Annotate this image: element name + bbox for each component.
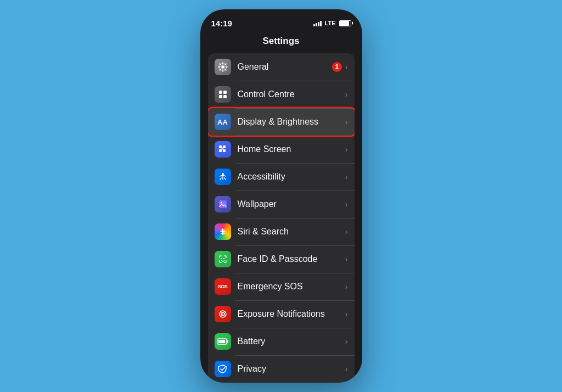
- general-icon: [215, 59, 231, 75]
- display-brightness-right: ›: [345, 117, 348, 126]
- general-badge: 1: [332, 62, 342, 72]
- display-brightness-chevron: ›: [345, 117, 348, 126]
- display-brightness-icon: AA: [215, 114, 231, 130]
- svg-rect-20: [227, 340, 228, 343]
- svg-rect-19: [218, 340, 225, 343]
- battery-settings-icon: [215, 333, 231, 350]
- privacy-chevron: ›: [345, 365, 348, 373]
- accessibility-right: ›: [345, 172, 348, 181]
- svg-point-0: [221, 66, 224, 69]
- face-id-chevron: ›: [345, 255, 348, 264]
- status-time: 14:19: [211, 19, 232, 28]
- control-centre-icon: [215, 86, 231, 103]
- control-centre-label: Control Centre: [238, 89, 345, 99]
- lte-label: LTE: [325, 20, 336, 26]
- exposure-icon: [215, 306, 231, 322]
- settings-item-control-centre[interactable]: Control Centre ›: [208, 81, 355, 108]
- wallpaper-label: Wallpaper: [238, 199, 345, 209]
- svg-point-14: [223, 258, 224, 259]
- settings-item-home-screen[interactable]: Home Screen ›: [208, 136, 355, 163]
- general-right: 1 ›: [332, 62, 348, 72]
- page-title: Settings: [200, 33, 362, 53]
- exposure-label: Exposure Notifications: [238, 309, 345, 319]
- svg-point-17: [222, 313, 223, 315]
- home-screen-right: ›: [345, 145, 348, 154]
- siri-search-label: Siri & Search: [238, 227, 345, 237]
- settings-item-face-id[interactable]: Face ID & Passcode ›: [208, 245, 355, 273]
- emergency-sos-chevron: ›: [345, 282, 348, 291]
- battery-icon: [339, 20, 351, 26]
- settings-item-general[interactable]: General 1 ›: [208, 53, 355, 81]
- battery-label: Battery: [238, 337, 345, 346]
- accessibility-chevron: ›: [345, 172, 348, 181]
- status-bar: 14:19 LTE: [200, 9, 362, 33]
- svg-point-10: [222, 173, 224, 175]
- siri-search-right: ›: [345, 227, 348, 236]
- home-screen-label: Home Screen: [238, 144, 345, 154]
- svg-rect-11: [219, 200, 227, 208]
- accessibility-icon: [215, 169, 231, 185]
- siri-icon: [215, 223, 231, 240]
- siri-search-chevron: ›: [345, 227, 348, 236]
- phone-frame: 14:19 LTE Settings: [200, 9, 362, 383]
- signal-icon: [313, 20, 322, 26]
- status-icons: LTE: [313, 20, 351, 26]
- display-brightness-label: Display & Brightness: [238, 117, 345, 127]
- accessibility-label: Accessibility: [238, 172, 345, 182]
- battery-chevron: ›: [345, 337, 348, 346]
- svg-rect-2: [223, 91, 227, 94]
- settings-item-wallpaper[interactable]: Wallpaper ›: [208, 191, 355, 218]
- exposure-chevron: ›: [345, 310, 348, 318]
- face-id-right: ›: [345, 255, 348, 264]
- settings-item-battery[interactable]: Battery ›: [208, 328, 355, 355]
- settings-item-display-brightness[interactable]: AA Display & Brightness ›: [208, 108, 355, 136]
- wallpaper-icon: [215, 196, 231, 212]
- face-id-icon: [215, 251, 231, 267]
- screen-content: Settings General 1 ›: [200, 33, 362, 383]
- svg-point-12: [220, 202, 222, 204]
- settings-item-siri-search[interactable]: Siri & Search ›: [208, 218, 355, 245]
- svg-rect-3: [219, 95, 222, 98]
- control-centre-right: ›: [345, 90, 348, 99]
- privacy-right: ›: [345, 365, 348, 373]
- home-screen-chevron: ›: [345, 145, 348, 154]
- svg-rect-1: [219, 91, 222, 94]
- control-centre-chevron: ›: [345, 90, 348, 99]
- emergency-sos-label: Emergency SOS: [238, 282, 345, 292]
- general-label: General: [238, 62, 332, 72]
- general-chevron: ›: [345, 63, 348, 71]
- wallpaper-chevron: ›: [345, 200, 348, 209]
- emergency-sos-right: ›: [345, 282, 348, 291]
- settings-item-accessibility[interactable]: Accessibility ›: [208, 163, 355, 191]
- face-id-label: Face ID & Passcode: [238, 254, 345, 264]
- privacy-label: Privacy: [238, 364, 345, 374]
- battery-right: ›: [345, 337, 348, 346]
- svg-rect-9: [221, 148, 223, 150]
- settings-item-exposure[interactable]: Exposure Notifications ›: [208, 300, 355, 328]
- settings-item-emergency-sos[interactable]: SOS Emergency SOS ›: [208, 273, 355, 300]
- privacy-icon: [215, 361, 231, 377]
- settings-item-privacy[interactable]: Privacy ›: [208, 355, 355, 383]
- settings-group-1: General 1 › Control Centre ›: [208, 53, 355, 383]
- exposure-right: ›: [345, 310, 348, 318]
- svg-rect-4: [223, 95, 227, 98]
- svg-point-13: [221, 258, 222, 259]
- emergency-sos-icon: SOS: [215, 278, 231, 295]
- wallpaper-right: ›: [345, 200, 348, 209]
- home-screen-icon: [215, 141, 231, 158]
